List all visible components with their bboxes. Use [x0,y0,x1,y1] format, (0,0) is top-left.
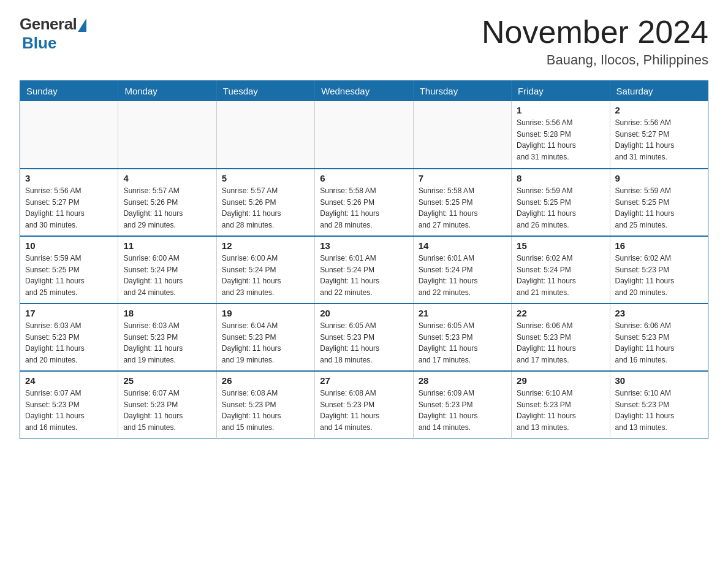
calendar-day-cell: 15Sunrise: 6:02 AM Sunset: 5:24 PM Dayli… [512,236,610,304]
calendar-day-cell: 21Sunrise: 6:05 AM Sunset: 5:23 PM Dayli… [413,304,511,371]
calendar-day-cell: 4Sunrise: 5:57 AM Sunset: 5:26 PM Daylig… [118,169,216,236]
calendar-week-row: 17Sunrise: 6:03 AM Sunset: 5:23 PM Dayli… [20,304,708,371]
calendar-day-cell: 2Sunrise: 5:56 AM Sunset: 5:27 PM Daylig… [610,101,708,169]
calendar-day-cell [216,101,314,169]
calendar-day-cell: 3Sunrise: 5:56 AM Sunset: 5:27 PM Daylig… [20,169,118,236]
calendar-weekday-wednesday: Wednesday [315,81,413,102]
day-info: Sunrise: 6:07 AM Sunset: 5:23 PM Dayligh… [25,388,113,433]
calendar-day-cell: 6Sunrise: 5:58 AM Sunset: 5:26 PM Daylig… [315,169,413,236]
calendar-weekday-thursday: Thursday [413,81,511,102]
calendar-header-row: SundayMondayTuesdayWednesdayThursdayFrid… [20,81,708,102]
page-subtitle: Bauang, Ilocos, Philippines [482,52,708,68]
calendar-weekday-tuesday: Tuesday [216,81,314,102]
calendar-day-cell: 10Sunrise: 5:59 AM Sunset: 5:25 PM Dayli… [20,236,118,304]
day-info: Sunrise: 5:59 AM Sunset: 5:25 PM Dayligh… [25,253,113,298]
day-number: 7 [419,173,506,183]
day-info: Sunrise: 6:01 AM Sunset: 5:24 PM Dayligh… [419,253,506,298]
calendar-day-cell: 27Sunrise: 6:08 AM Sunset: 5:23 PM Dayli… [315,371,413,439]
day-number: 2 [615,105,703,115]
calendar-day-cell: 25Sunrise: 6:07 AM Sunset: 5:23 PM Dayli… [118,371,216,439]
day-info: Sunrise: 6:05 AM Sunset: 5:23 PM Dayligh… [320,320,408,366]
calendar-day-cell: 11Sunrise: 6:00 AM Sunset: 5:24 PM Dayli… [118,236,216,304]
day-info: Sunrise: 6:04 AM Sunset: 5:23 PM Dayligh… [222,320,309,366]
day-number: 21 [419,308,506,318]
day-number: 27 [320,375,408,386]
day-number: 10 [25,240,113,251]
day-info: Sunrise: 6:09 AM Sunset: 5:23 PM Dayligh… [419,388,506,433]
day-info: Sunrise: 6:06 AM Sunset: 5:23 PM Dayligh… [615,320,703,366]
calendar-day-cell: 18Sunrise: 6:03 AM Sunset: 5:23 PM Dayli… [118,304,216,371]
day-number: 26 [222,375,309,386]
calendar-day-cell [20,101,118,169]
day-number: 13 [320,240,408,251]
day-number: 8 [517,173,604,183]
day-number: 15 [517,240,604,251]
day-number: 16 [615,240,703,251]
page-title: November 2024 [482,15,708,50]
day-info: Sunrise: 6:08 AM Sunset: 5:23 PM Dayligh… [222,388,309,433]
logo-general-text: General [20,15,77,34]
day-number: 29 [517,375,604,386]
calendar-day-cell: 26Sunrise: 6:08 AM Sunset: 5:23 PM Dayli… [216,371,314,439]
calendar-day-cell: 20Sunrise: 6:05 AM Sunset: 5:23 PM Dayli… [315,304,413,371]
day-number: 3 [25,173,113,183]
calendar-day-cell [413,101,511,169]
calendar-week-row: 10Sunrise: 5:59 AM Sunset: 5:25 PM Dayli… [20,236,708,304]
day-info: Sunrise: 6:00 AM Sunset: 5:24 PM Dayligh… [123,253,211,298]
day-info: Sunrise: 6:03 AM Sunset: 5:23 PM Dayligh… [25,320,113,366]
calendar-weekday-friday: Friday [512,81,610,102]
calendar-day-cell: 28Sunrise: 6:09 AM Sunset: 5:23 PM Dayli… [413,371,511,439]
day-number: 24 [25,375,113,386]
title-section: November 2024 Bauang, Ilocos, Philippine… [482,15,708,68]
day-info: Sunrise: 5:58 AM Sunset: 5:25 PM Dayligh… [419,185,506,231]
calendar-table: SundayMondayTuesdayWednesdayThursdayFrid… [20,80,708,439]
day-number: 22 [517,308,604,318]
calendar-day-cell: 19Sunrise: 6:04 AM Sunset: 5:23 PM Dayli… [216,304,314,371]
logo-blue-text: Blue [22,34,56,53]
calendar-weekday-monday: Monday [118,81,216,102]
day-info: Sunrise: 5:57 AM Sunset: 5:26 PM Dayligh… [222,185,309,231]
calendar-day-cell: 8Sunrise: 5:59 AM Sunset: 5:25 PM Daylig… [512,169,610,236]
day-info: Sunrise: 6:08 AM Sunset: 5:23 PM Dayligh… [320,388,408,433]
calendar-week-row: 1Sunrise: 5:56 AM Sunset: 5:28 PM Daylig… [20,101,708,169]
logo: General Blue [20,15,86,53]
day-number: 12 [222,240,309,251]
calendar-day-cell [315,101,413,169]
day-info: Sunrise: 6:03 AM Sunset: 5:23 PM Dayligh… [123,320,211,366]
day-number: 11 [123,240,211,251]
day-number: 18 [123,308,211,318]
day-number: 23 [615,308,703,318]
calendar-day-cell: 23Sunrise: 6:06 AM Sunset: 5:23 PM Dayli… [610,304,708,371]
calendar-day-cell: 1Sunrise: 5:56 AM Sunset: 5:28 PM Daylig… [512,101,610,169]
day-number: 17 [25,308,113,318]
calendar-day-cell: 29Sunrise: 6:10 AM Sunset: 5:23 PM Dayli… [512,371,610,439]
day-number: 5 [222,173,309,183]
day-info: Sunrise: 6:02 AM Sunset: 5:24 PM Dayligh… [517,253,604,298]
calendar-day-cell: 16Sunrise: 6:02 AM Sunset: 5:23 PM Dayli… [610,236,708,304]
day-number: 30 [615,375,703,386]
calendar-day-cell: 12Sunrise: 6:00 AM Sunset: 5:24 PM Dayli… [216,236,314,304]
day-number: 1 [517,105,604,115]
calendar-week-row: 24Sunrise: 6:07 AM Sunset: 5:23 PM Dayli… [20,371,708,439]
calendar-week-row: 3Sunrise: 5:56 AM Sunset: 5:27 PM Daylig… [20,169,708,236]
day-number: 28 [419,375,506,386]
day-number: 20 [320,308,408,318]
day-info: Sunrise: 5:56 AM Sunset: 5:27 PM Dayligh… [615,117,703,163]
day-info: Sunrise: 6:00 AM Sunset: 5:24 PM Dayligh… [222,253,309,298]
calendar-day-cell [118,101,216,169]
day-info: Sunrise: 6:05 AM Sunset: 5:23 PM Dayligh… [419,320,506,366]
day-number: 19 [222,308,309,318]
day-number: 25 [123,375,211,386]
day-info: Sunrise: 5:58 AM Sunset: 5:26 PM Dayligh… [320,185,408,231]
calendar-day-cell: 7Sunrise: 5:58 AM Sunset: 5:25 PM Daylig… [413,169,511,236]
calendar-day-cell: 9Sunrise: 5:59 AM Sunset: 5:25 PM Daylig… [610,169,708,236]
day-info: Sunrise: 6:10 AM Sunset: 5:23 PM Dayligh… [615,388,703,433]
day-info: Sunrise: 5:57 AM Sunset: 5:26 PM Dayligh… [123,185,211,231]
day-info: Sunrise: 5:59 AM Sunset: 5:25 PM Dayligh… [615,185,703,231]
day-number: 14 [419,240,506,251]
day-info: Sunrise: 5:59 AM Sunset: 5:25 PM Dayligh… [517,185,604,231]
day-info: Sunrise: 6:10 AM Sunset: 5:23 PM Dayligh… [517,388,604,433]
day-info: Sunrise: 6:07 AM Sunset: 5:23 PM Dayligh… [123,388,211,433]
day-number: 4 [123,173,211,183]
calendar-weekday-sunday: Sunday [20,81,118,102]
